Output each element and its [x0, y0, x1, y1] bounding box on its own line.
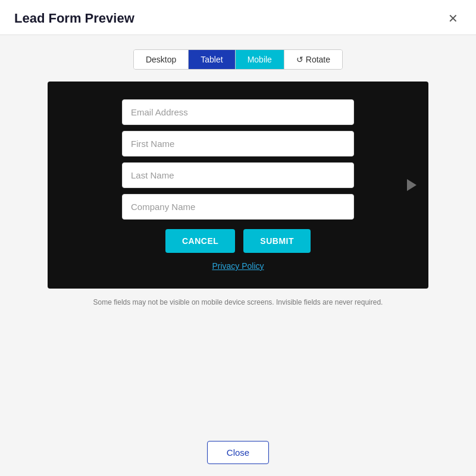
close-modal-button[interactable]: Close: [207, 441, 269, 464]
play-icon: [407, 179, 416, 191]
tab-tablet[interactable]: Tablet: [189, 50, 235, 69]
company-name-field[interactable]: [122, 194, 354, 220]
modal-title: Lead Form Preview: [14, 11, 134, 26]
last-name-field[interactable]: [122, 162, 354, 188]
header-close-button[interactable]: ✕: [444, 11, 462, 26]
notice-text: Some fields may not be visible on mobile…: [93, 298, 383, 306]
cancel-button[interactable]: CANCEL: [165, 229, 235, 253]
tab-mobile[interactable]: Mobile: [236, 50, 284, 69]
modal-header: Lead Form Preview ✕: [0, 0, 476, 35]
view-tabs: Desktop Tablet Mobile ↺ Rotate: [133, 49, 343, 70]
form-buttons: CANCEL SUBMIT: [165, 229, 311, 253]
preview-area: CANCEL SUBMIT Privacy Policy: [48, 82, 428, 289]
privacy-policy-link[interactable]: Privacy Policy: [212, 261, 264, 271]
first-name-field[interactable]: [122, 131, 354, 156]
modal-footer: Close: [0, 429, 476, 476]
modal-container: Lead Form Preview ✕ Desktop Tablet Mobil…: [0, 0, 476, 476]
email-field[interactable]: [122, 99, 354, 125]
modal-body: Desktop Tablet Mobile ↺ Rotate CANCEL SU…: [0, 35, 476, 429]
submit-button[interactable]: SUBMIT: [243, 229, 311, 253]
tab-desktop[interactable]: Desktop: [134, 50, 189, 69]
tab-rotate[interactable]: ↺ Rotate: [284, 50, 342, 69]
